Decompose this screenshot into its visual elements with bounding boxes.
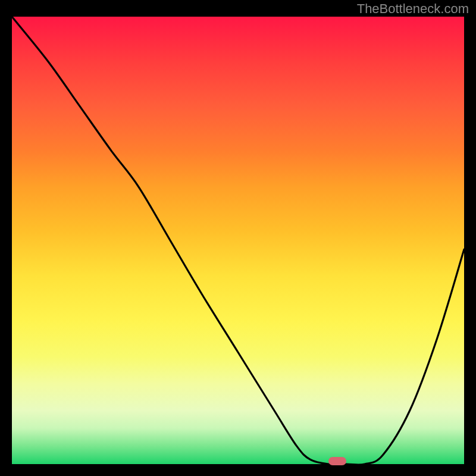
curve-svg [12,17,464,464]
plot-area [12,17,464,464]
data-curve [12,17,464,464]
optimal-point-marker [328,457,346,465]
chart-container: TheBottleneck.com [0,0,476,476]
watermark-text: TheBottleneck.com [357,1,469,17]
